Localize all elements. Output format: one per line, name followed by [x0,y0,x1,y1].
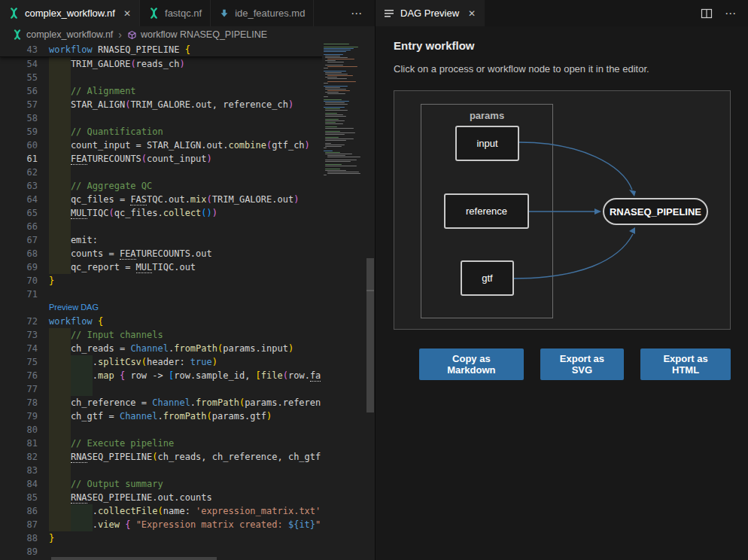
code-line[interactable]: 69 qc_report = MULTIQC.out [0,260,375,274]
chevron-right-icon: › [118,29,122,41]
dag-node-rnaseq-pipeline[interactable]: RNASEQ_PIPELINE [603,198,708,225]
markdown-icon [219,8,230,19]
code-line[interactable]: 88} [0,531,375,545]
code-line[interactable]: 63 // Aggregate QC [0,179,375,193]
panel-actions: ⋯ [701,0,748,26]
split-editor-icon[interactable] [701,8,713,20]
dag-node-input[interactable]: input [455,126,519,161]
tab-fastqc[interactable]: fastqc.nf [140,0,211,26]
close-icon[interactable]: ✕ [468,8,476,19]
dag-button-row: Copy as Markdown Export as SVG Export as… [419,348,731,380]
symbol-workflow-icon [127,30,137,40]
tab-label: fastqc.nf [165,8,202,19]
code-line[interactable]: 55 [0,71,375,84]
code-line[interactable]: 71 [0,288,375,301]
code-line[interactable]: 66 [0,220,375,233]
code-line[interactable]: 58 [0,111,375,125]
vertical-scrollbar-thumb[interactable] [366,258,374,412]
code-line[interactable]: 81 // Execute pipeline [0,437,375,450]
code-line[interactable]: 84 // Output summary [0,477,375,491]
panel-tab-label: DAG Preview [400,8,459,19]
editor-tab-bar: complex_workflow.nf ✕ fastqc.nf ide_feat… [0,0,375,26]
tab-dag-preview[interactable]: DAG Preview ✕ [376,0,485,26]
code-line[interactable]: 62 [0,166,375,179]
nextflow-icon [8,8,20,19]
code-editor[interactable]: 43workflow RNASEQ_PIPELINE { 54 TRIM_GAL… [0,43,375,560]
tab-label: ide_features.md [235,8,305,19]
nextflow-icon [12,29,23,40]
code-line[interactable]: 85 RNASEQ_PIPELINE.out.counts [0,491,375,504]
code-line[interactable]: 78 ch_reference = Channel.fromPath(param… [0,396,375,409]
tab-complex-workflow[interactable]: complex_workflow.nf ✕ [0,0,140,26]
nextflow-icon [148,8,160,19]
code-line[interactable]: 68 counts = FEATURECOUNTS.out [0,247,375,260]
code-line[interactable]: 59 // Quantification [0,125,375,138]
more-actions-icon[interactable]: ⋯ [725,7,737,20]
code-line[interactable]: 79 ch_gtf = Channel.fromPath(params.gtf) [0,409,375,423]
code-line[interactable]: 70} [0,274,375,288]
editor-pane: complex_workflow.nf ✕ fastqc.nf ide_feat… [0,0,375,560]
code-line[interactable]: 80 [0,423,375,437]
dag-node-reference[interactable]: reference [444,193,529,229]
breadcrumb-symbol[interactable]: workflow RNASEQ_PIPELINE [141,29,267,40]
preview-list-icon [385,9,394,18]
entry-workflow-heading: Entry workflow [394,39,731,52]
code-line[interactable]: 87 .view { "Expression matrix created: $… [0,518,375,531]
code-line[interactable]: 56 // Alignment [0,84,375,98]
horizontal-scrollbar-thumb[interactable] [51,557,217,560]
code-line[interactable]: 60 count_input = STAR_ALIGN.out.combine(… [0,138,375,152]
tab-label: complex_workflow.nf [25,8,115,19]
codelens-preview-dag[interactable]: Preview DAG [0,301,375,315]
code-line[interactable]: 76 .map { row -> [row.sample_id, [file(r… [0,369,375,382]
code-line[interactable]: 73 // Input channels [0,328,375,342]
dag-node-gtf[interactable]: gtf [461,260,514,296]
copy-as-markdown-button[interactable]: Copy as Markdown [419,348,524,380]
code-lines: 54 TRIM_GALORE(reads_ch)5556 // Alignmen… [0,57,375,558]
code-line[interactable]: 57 STAR_ALIGN(TRIM_GALORE.out, reference… [0,98,375,111]
sticky-scroll-line[interactable]: 43workflow RNASEQ_PIPELINE { [0,43,375,57]
tab-ide-features[interactable]: ide_features.md [211,0,314,26]
panel-content: Entry workflow Click on a process or wor… [376,26,748,380]
code-line[interactable]: 86 .collectFile(name: 'expression_matrix… [0,504,375,518]
code-line[interactable]: 67 emit: [0,233,375,247]
code-line[interactable]: 77 [0,382,375,396]
panel-tab-bar: DAG Preview ✕ ⋯ [376,0,748,26]
panel-description: Click on a process or workflow node to o… [394,63,731,75]
tab-overflow-icon[interactable]: ⋯ [339,0,375,26]
code-line[interactable]: 83 [0,464,375,477]
code-line[interactable]: 54 TRIM_GALORE(reads_ch) [0,57,375,71]
breadcrumb-file[interactable]: complex_workflow.nf [26,29,113,40]
vertical-scrollbar[interactable] [366,43,375,560]
breadcrumb[interactable]: complex_workflow.nf › workflow RNASEQ_PI… [0,26,375,43]
code-line[interactable]: 74 ch_reads = Channel.fromPath(params.in… [0,342,375,355]
params-group-label: params [421,110,552,121]
dag-canvas: params input reference gtf RNASEQ_PIPELI… [394,90,731,330]
dag-preview-panel: DAG Preview ✕ ⋯ Entry workflow Click on … [375,0,748,560]
code-line[interactable]: 72workflow { [0,315,375,328]
minimap[interactable] [322,43,366,560]
code-line[interactable]: 65 MULTIQC(qc_files.collect()) [0,206,375,220]
code-line[interactable]: 61 FEATURECOUNTS(count_input) [0,152,375,166]
code-line[interactable]: 64 qc_files = FASTQC.out.mix(TRIM_GALORE… [0,193,375,206]
export-as-svg-button[interactable]: Export as SVG [540,348,624,380]
close-icon[interactable]: ✕ [123,8,131,19]
code-line[interactable]: 82 RNASEQ_PIPELINE(ch_reads, ch_referenc… [0,450,375,464]
code-line[interactable]: 75 .splitCsv(header: true) [0,355,375,369]
export-as-html-button[interactable]: Export as HTML [640,348,731,380]
